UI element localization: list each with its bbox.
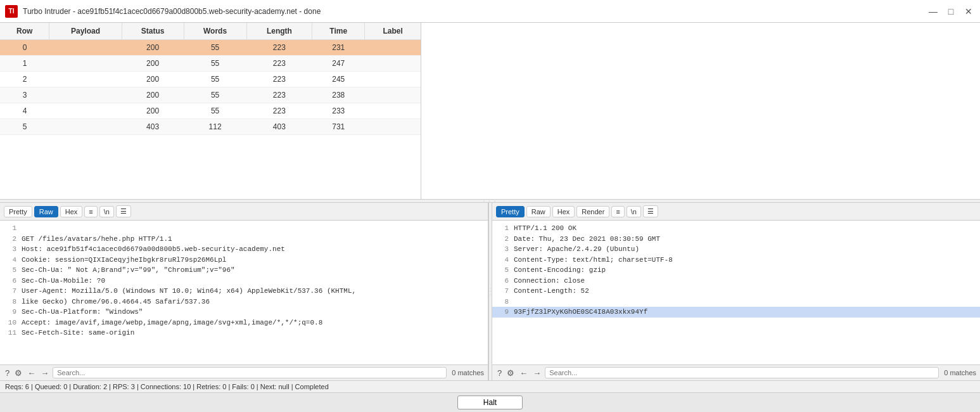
cell-row: 2 — [0, 72, 49, 87]
menu-button-left[interactable]: ☰ — [116, 205, 131, 217]
cell-payload — [49, 119, 122, 135]
line-text: Server: Apache/2.4.29 (Ubuntu) — [514, 244, 639, 255]
response-content: 1HTTP/1.1 200 OK2Date: Thu, 23 Dec 2021 … — [492, 221, 980, 364]
col-payload: Payload — [49, 23, 122, 40]
matches-right: 0 matches — [941, 369, 976, 377]
status-text: Reqs: 6 | Queued: 0 | Duration: 2 | RPS:… — [5, 383, 329, 390]
cell-words: 55 — [184, 72, 246, 87]
title-bar: TI Turbo Intruder - ace91fb51f4c1acec0d6… — [0, 0, 980, 23]
line-number: 9 — [4, 307, 16, 318]
code-line: 2Date: Thu, 23 Dec 2021 08:30:59 GMT — [492, 234, 980, 245]
window-title: Turbo Intruder - ace91fb51f4c1acec0d6679… — [23, 7, 927, 16]
menu-button-right[interactable]: ☰ — [643, 205, 658, 217]
raw-button-left[interactable]: Raw — [34, 206, 58, 217]
code-line: 7Content-Length: 52 — [492, 286, 980, 297]
table-row[interactable]: 120055223247 — [0, 56, 421, 72]
table-row[interactable]: 420055223233 — [0, 103, 421, 119]
window-controls: — □ ✕ — [927, 5, 975, 18]
render-button-right[interactable]: Render — [576, 206, 609, 217]
newline-button-left[interactable]: \n — [99, 206, 114, 217]
line-text: Cookie: session=QIXIaCeqyjheIbgkr8ruRl79… — [22, 255, 226, 266]
cell-length: 223 — [246, 103, 312, 119]
cell-time: 247 — [312, 56, 365, 72]
search-input-left[interactable] — [53, 367, 447, 378]
code-line: 7User-Agent: Mozilla/5.0 (Windows NT 10.… — [0, 286, 488, 297]
hex-button-left[interactable]: Hex — [60, 206, 83, 217]
app-icon: TI — [5, 5, 18, 18]
pretty-button-left[interactable]: Pretty — [4, 206, 32, 217]
col-status: Status — [122, 23, 184, 40]
search-input-right[interactable] — [545, 367, 939, 378]
cell-time: 231 — [312, 40, 365, 56]
follow-redirects-left[interactable]: ≡ — [84, 206, 97, 217]
line-text: Content-Length: 52 — [514, 286, 589, 297]
results-section: Row Payload Status Words Length Time Lab… — [0, 23, 980, 199]
line-text: Sec-Ch-Ua: " Not A;Brand";v="99", "Chrom… — [22, 265, 235, 276]
prev-match-left[interactable]: ← — [26, 368, 37, 378]
code-line: 8 — [492, 297, 980, 307]
code-line: 1 — [0, 223, 488, 234]
settings-button-right[interactable]: ⚙ — [506, 368, 516, 378]
table-row[interactable]: 320055223238 — [0, 87, 421, 103]
next-match-left[interactable]: → — [39, 368, 50, 378]
cell-row: 3 — [0, 87, 49, 103]
minimize-button[interactable]: — — [927, 5, 939, 18]
halt-bar: Halt — [0, 392, 980, 412]
cell-length: 223 — [246, 87, 312, 103]
col-time: Time — [312, 23, 365, 40]
cell-payload — [49, 72, 122, 87]
code-line: 2GET /files/avatars/hehe.php HTTP/1.1 — [0, 234, 488, 245]
cell-label — [365, 56, 421, 72]
cell-label — [365, 72, 421, 87]
request-content: 12GET /files/avatars/hehe.php HTTP/1.13H… — [0, 221, 488, 364]
code-line: 3Server: Apache/2.4.29 (Ubuntu) — [492, 244, 980, 255]
next-match-right[interactable]: → — [531, 368, 542, 378]
matches-left: 0 matches — [449, 369, 484, 377]
hex-button-right[interactable]: Hex — [552, 206, 575, 217]
results-table: Row Payload Status Words Length Time Lab… — [0, 23, 421, 135]
line-number: 6 — [496, 276, 509, 286]
line-text: Sec-Ch-Ua-Platform: "Windows" — [22, 307, 143, 318]
line-number: 2 — [4, 234, 16, 245]
line-number: 2 — [496, 234, 509, 245]
cell-time: 731 — [312, 119, 365, 135]
line-number: 5 — [496, 265, 509, 276]
line-text: Content-Type: text/html; charset=UTF-8 — [514, 255, 673, 266]
line-text: Host: ace91fb51f4c1acec0d6679a00d800b5.w… — [22, 244, 285, 255]
cell-payload — [49, 87, 122, 103]
request-panel: Pretty Raw Hex ≡ \n ☰ 12GET /files/avata… — [0, 203, 488, 380]
settings-button-left[interactable]: ⚙ — [13, 368, 23, 378]
code-line: 4Cookie: session=QIXIaCeqyjheIbgkr8ruRl7… — [0, 255, 488, 266]
line-text: Sec-Ch-Ua-Mobile: ?0 — [22, 276, 105, 286]
line-number: 8 — [4, 297, 16, 307]
cell-label — [365, 103, 421, 119]
cell-words: 55 — [184, 103, 246, 119]
code-line: 11Sec-Fetch-Site: same-origin — [0, 328, 488, 338]
halt-button[interactable]: Halt — [457, 396, 523, 409]
code-line: 6Connection: close — [492, 276, 980, 286]
newline-button-right[interactable]: \n — [627, 206, 641, 217]
close-button[interactable]: ✕ — [962, 5, 975, 18]
cell-label — [365, 119, 421, 135]
help-button-left[interactable]: ? — [4, 368, 11, 378]
pretty-button-right[interactable]: Pretty — [496, 206, 525, 217]
cell-status: 200 — [122, 56, 184, 72]
table-row[interactable]: 5403112403731 — [0, 119, 421, 135]
prev-match-right[interactable]: ← — [518, 368, 529, 378]
empty-right-area — [421, 23, 980, 199]
line-text: Sec-Fetch-Site: same-origin — [22, 328, 134, 338]
panels-row: Pretty Raw Hex ≡ \n ☰ 12GET /files/avata… — [0, 203, 980, 380]
table-header-row: Row Payload Status Words Length Time Lab… — [0, 23, 421, 40]
raw-button-right[interactable]: Raw — [526, 206, 550, 217]
code-line: 9Sec-Ch-Ua-Platform: "Windows" — [0, 307, 488, 318]
table-row[interactable]: 020055223231 — [0, 40, 421, 56]
line-text: User-Agent: Mozilla/5.0 (Windows NT 10.0… — [22, 286, 356, 297]
line-number: 3 — [496, 244, 509, 255]
cell-row: 4 — [0, 103, 49, 119]
maximize-button[interactable]: □ — [945, 5, 957, 18]
follow-redirects-right[interactable]: ≡ — [611, 206, 624, 217]
table-row[interactable]: 220055223245 — [0, 72, 421, 87]
help-button-right[interactable]: ? — [496, 368, 503, 378]
line-number: 11 — [4, 328, 16, 338]
response-panel: Pretty Raw Hex Render ≡ \n ☰ 1HTTP/1.1 2… — [492, 203, 980, 380]
